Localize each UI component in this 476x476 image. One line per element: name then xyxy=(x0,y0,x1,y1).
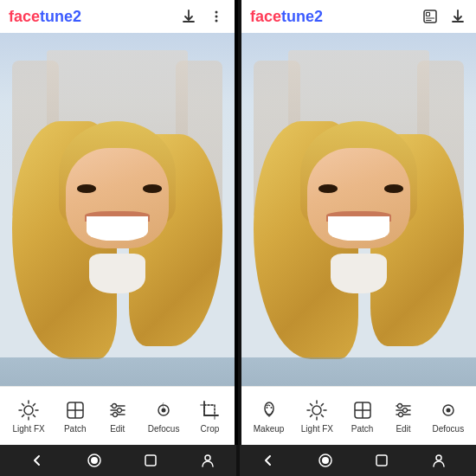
svg-point-47 xyxy=(403,408,408,412)
back-button-left[interactable] xyxy=(27,450,48,471)
logo-face-right: face xyxy=(250,8,281,26)
svg-point-31 xyxy=(312,406,321,415)
defocus-icon-right xyxy=(437,399,460,421)
person-button-left[interactable] xyxy=(197,450,218,471)
screen-left: facetune2 xyxy=(0,0,238,445)
back-button-right[interactable] xyxy=(258,450,279,471)
svg-line-11 xyxy=(23,415,24,416)
nav-right xyxy=(240,450,467,471)
svg-point-3 xyxy=(24,406,33,415)
photo-person-right xyxy=(241,121,476,386)
top-bar-left: facetune2 xyxy=(0,0,235,33)
svg-line-9 xyxy=(34,415,35,416)
svg-point-22 xyxy=(162,408,166,412)
tool-edit-left[interactable]: Edit xyxy=(100,396,135,437)
logo-tune-right: tune2 xyxy=(281,8,323,26)
teeth-l xyxy=(87,216,147,241)
tool-patch-right[interactable]: Patch xyxy=(345,396,380,437)
svg-point-2 xyxy=(215,20,218,23)
light-fx-icon-right xyxy=(306,399,328,421)
defocus-icon-left xyxy=(152,399,175,421)
recents-button-left[interactable] xyxy=(140,450,161,471)
svg-rect-23 xyxy=(204,405,215,415)
logo-right: facetune2 xyxy=(250,8,323,26)
svg-point-0 xyxy=(215,11,218,14)
home-button-right[interactable] xyxy=(315,450,336,471)
top-bar-right: facetune2 xyxy=(241,0,476,33)
svg-rect-57 xyxy=(376,455,387,466)
svg-line-10 xyxy=(34,403,35,405)
logo-face-left: face xyxy=(9,8,40,26)
svg-point-1 xyxy=(215,16,218,18)
screens-container: facetune2 xyxy=(0,0,476,445)
screen-right: facetune2 xyxy=(241,0,476,445)
svg-point-18 xyxy=(112,403,116,408)
svg-point-56 xyxy=(322,457,329,464)
tool-edit-right[interactable]: Edit xyxy=(386,396,421,437)
edit-icon-left xyxy=(106,399,129,421)
download-icon-left[interactable] xyxy=(179,7,198,26)
tool-defocus-right[interactable]: Defocus xyxy=(428,396,470,437)
logo-tune-left: tune2 xyxy=(40,8,81,26)
photo-area-right xyxy=(241,33,476,386)
edit-icon-right xyxy=(392,399,415,421)
teeth-r xyxy=(328,216,389,241)
eye-left-r xyxy=(318,184,338,192)
patch-icon-right xyxy=(351,399,374,421)
svg-rect-53 xyxy=(145,455,156,466)
photo-wrapper-right xyxy=(241,33,476,386)
recents-button-right[interactable] xyxy=(371,450,392,471)
patch-label-left: Patch xyxy=(64,424,87,434)
makeup-icon-right xyxy=(258,399,280,421)
top-bar-icons-left xyxy=(179,7,226,26)
patch-label-right: Patch xyxy=(351,424,374,434)
svg-point-19 xyxy=(117,408,121,412)
svg-point-48 xyxy=(399,412,403,416)
shirt-r xyxy=(331,254,387,293)
tool-defocus-left[interactable]: Defocus xyxy=(143,396,185,437)
svg-line-36 xyxy=(311,403,312,405)
photo-person-left xyxy=(0,121,235,386)
svg-point-58 xyxy=(436,455,441,460)
shirt-l xyxy=(89,254,145,293)
svg-line-39 xyxy=(311,415,312,416)
svg-point-50 xyxy=(446,408,450,412)
photo-area-left xyxy=(0,33,235,386)
svg-point-52 xyxy=(91,457,98,464)
defocus-label-right: Defocus xyxy=(433,424,465,434)
crop-label-left: Crop xyxy=(201,424,220,434)
svg-point-20 xyxy=(113,412,117,416)
eye-right-l xyxy=(143,184,162,192)
tool-makeup-right[interactable]: Makeup xyxy=(248,396,290,437)
download-icon-right[interactable] xyxy=(448,7,467,26)
home-button-left[interactable] xyxy=(84,450,105,471)
tool-crop-left[interactable]: Crop xyxy=(192,396,227,437)
nav-bar xyxy=(0,445,476,476)
crop-icon-left xyxy=(198,399,221,421)
toolbar-left: Light FX Patch xyxy=(0,386,235,445)
patch-icon-left xyxy=(64,399,87,421)
tool-light-fx-left[interactable]: Light FX xyxy=(8,396,50,437)
svg-rect-25 xyxy=(427,13,430,16)
svg-point-29 xyxy=(266,407,267,408)
tool-patch-left[interactable]: Patch xyxy=(58,396,93,437)
makeup-label-right: Makeup xyxy=(254,424,285,434)
logo-left: facetune2 xyxy=(9,8,81,26)
edit-label-left: Edit xyxy=(110,424,125,434)
defocus-label-left: Defocus xyxy=(148,424,180,434)
light-fx-label-right: Light FX xyxy=(301,424,333,434)
eye-left-l xyxy=(77,184,96,192)
svg-line-38 xyxy=(322,403,324,405)
person-button-right[interactable] xyxy=(428,450,449,471)
light-fx-icon-left xyxy=(17,399,40,421)
edit-label-right: Edit xyxy=(396,424,410,434)
gallery-icon-right[interactable] xyxy=(421,7,440,26)
svg-point-46 xyxy=(398,403,402,408)
top-bar-icons-right xyxy=(421,7,467,26)
svg-point-30 xyxy=(270,407,272,408)
toolbar-right: Makeup Light F xyxy=(241,386,476,445)
more-icon-left[interactable] xyxy=(207,7,226,26)
eye-right-r xyxy=(384,184,403,192)
tool-light-fx-right[interactable]: Light FX xyxy=(296,396,338,437)
svg-point-54 xyxy=(205,455,210,460)
